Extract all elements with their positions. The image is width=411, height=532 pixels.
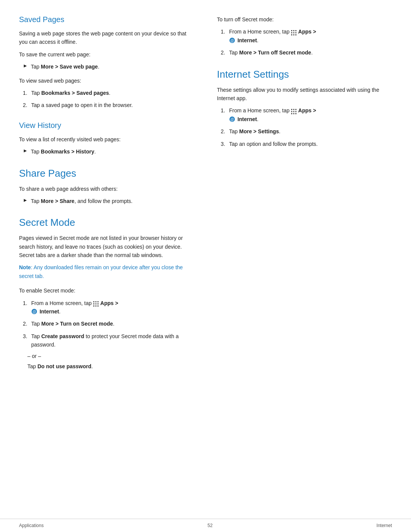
right-column: To turn off Secret mode: 1. From a Home … bbox=[209, 15, 392, 496]
no-password-text: Tap Do not use password. bbox=[27, 362, 194, 371]
arrow-icon-share: ► bbox=[23, 197, 28, 203]
svg-rect-23 bbox=[293, 109, 294, 110]
step-text-2: Tap a saved page to open it in the brows… bbox=[31, 101, 133, 109]
svg-rect-26 bbox=[293, 111, 294, 112]
svg-rect-7 bbox=[95, 305, 96, 307]
svg-rect-11 bbox=[291, 30, 292, 31]
saved-pages-intro: Saving a web page stores the web page co… bbox=[19, 29, 194, 46]
view-history-heading: View History bbox=[19, 121, 194, 130]
svg-rect-19 bbox=[295, 34, 296, 35]
internet-app-icon-3: @ bbox=[229, 116, 235, 122]
enable-instruction: To enable Secret mode: bbox=[19, 286, 194, 295]
turn-off-num-2: 2. bbox=[221, 48, 229, 57]
content-area: Saved Pages Saving a web page stores the… bbox=[0, 0, 411, 519]
save-instruction: To save the current web page: bbox=[19, 50, 194, 59]
view-history-section: View History To view a list of recently … bbox=[19, 121, 194, 156]
secret-mode-heading: Secret Mode bbox=[19, 217, 194, 228]
settings-num-1: 1. bbox=[221, 106, 229, 115]
secret-mode-section: Secret Mode Pages viewed in Secret mode … bbox=[19, 217, 194, 371]
saved-pages-heading: Saved Pages bbox=[19, 15, 194, 24]
arrow-icon: ► bbox=[23, 63, 28, 69]
history-bullet-item: ► Tap Bookmarks > History. bbox=[23, 147, 194, 156]
svg-rect-13 bbox=[295, 30, 296, 31]
svg-text:@: @ bbox=[230, 117, 234, 121]
enable-step-2: 2. Tap More > Turn on Secret mode. bbox=[23, 320, 194, 328]
svg-rect-30 bbox=[295, 113, 296, 114]
internet-settings-step-3: 3. Tap an option and follow the prompts. bbox=[221, 140, 392, 148]
history-bullet-text: Tap Bookmarks > History. bbox=[31, 147, 96, 156]
enable-text-1: From a Home screen, tap bbox=[31, 299, 118, 316]
svg-rect-17 bbox=[291, 34, 292, 35]
enable-text-2: Tap More > Turn on Secret mode. bbox=[31, 320, 115, 328]
settings-text-1: From a Home screen, tap bbox=[229, 106, 316, 123]
turn-off-num-1: 1. bbox=[221, 27, 229, 36]
settings-text-2: Tap More > Settings. bbox=[229, 127, 280, 136]
turn-off-text-1: From a Home screen, tap bbox=[229, 27, 316, 45]
svg-rect-15 bbox=[293, 32, 294, 33]
secret-mode-intro: Pages viewed in Secret mode are not list… bbox=[19, 234, 194, 259]
svg-rect-27 bbox=[295, 111, 296, 112]
internet-settings-step-2: 2. Tap More > Settings. bbox=[221, 127, 392, 136]
view-history-intro: To view a list of recently visited web p… bbox=[19, 135, 194, 144]
share-bullet-item: ► Tap More > Share, and follow the promp… bbox=[23, 197, 194, 205]
svg-text:@: @ bbox=[230, 38, 234, 43]
svg-rect-2 bbox=[97, 301, 99, 302]
enable-num-2: 2. bbox=[23, 320, 31, 328]
settings-num-3: 3. bbox=[221, 140, 229, 148]
svg-rect-25 bbox=[291, 111, 292, 112]
share-pages-section: Share Pages To share a web page address … bbox=[19, 168, 194, 206]
step-text-1: Tap Bookmarks > Saved pages. bbox=[31, 89, 110, 97]
svg-rect-18 bbox=[293, 34, 294, 35]
svg-rect-8 bbox=[97, 305, 99, 307]
svg-rect-3 bbox=[93, 303, 94, 304]
arrow-icon-history: ► bbox=[23, 148, 28, 153]
page-footer: Applications 52 Internet bbox=[0, 519, 411, 532]
step-num-1: 1. bbox=[23, 89, 31, 97]
turn-off-step-1: 1. From a Home screen, tap bbox=[221, 27, 392, 45]
svg-rect-12 bbox=[293, 30, 294, 31]
saved-pages-step-1: 1. Tap Bookmarks > Saved pages. bbox=[23, 89, 194, 97]
apps-grid-icon bbox=[93, 300, 99, 306]
svg-rect-1 bbox=[95, 301, 96, 302]
enable-num-1: 1. bbox=[23, 299, 31, 307]
turn-off-steps: 1. From a Home screen, tap bbox=[221, 27, 392, 57]
apps-grid-icon-3 bbox=[291, 108, 296, 113]
internet-settings-heading: Internet Settings bbox=[217, 69, 392, 80]
saved-pages-step-2: 2. Tap a saved page to open it in the br… bbox=[23, 101, 194, 109]
internet-settings-steps: 1. From a Home screen, tap bbox=[221, 106, 392, 148]
svg-rect-24 bbox=[295, 109, 296, 110]
svg-rect-16 bbox=[295, 32, 296, 33]
internet-settings-step-1: 1. From a Home screen, tap bbox=[221, 106, 392, 123]
footer-right: Internet bbox=[376, 523, 392, 528]
saved-pages-section: Saved Pages Saving a web page stores the… bbox=[19, 15, 194, 110]
enable-step-1: 1. From a Home screen, tap bbox=[23, 299, 194, 316]
turn-off-text-2: Tap More > Turn off Secret mode. bbox=[229, 48, 313, 57]
internet-settings-intro: These settings allow you to modify setti… bbox=[217, 86, 392, 103]
turn-off-section: To turn off Secret mode: 1. From a Home … bbox=[217, 15, 392, 57]
left-column: Saved Pages Saving a web page stores the… bbox=[19, 15, 194, 496]
turn-off-step-2: 2. Tap More > Turn off Secret mode. bbox=[221, 48, 392, 57]
svg-rect-22 bbox=[291, 109, 292, 110]
svg-rect-28 bbox=[291, 113, 292, 114]
svg-rect-6 bbox=[93, 305, 94, 307]
footer-page-number: 52 bbox=[207, 523, 212, 528]
save-bullet-text: Tap More > Save web page. bbox=[31, 62, 99, 71]
svg-rect-14 bbox=[291, 32, 292, 33]
internet-app-icon-2: @ bbox=[229, 37, 235, 43]
svg-rect-0 bbox=[93, 301, 94, 302]
or-divider: – or – bbox=[27, 353, 194, 359]
secret-mode-note: Note: Any downloaded files remain on you… bbox=[19, 263, 194, 280]
turn-off-intro: To turn off Secret mode: bbox=[217, 15, 392, 24]
enable-text-3: Tap Create password to protect your Secr… bbox=[31, 332, 194, 349]
settings-text-3: Tap an option and follow the prompts. bbox=[229, 140, 318, 148]
apps-grid-icon-2 bbox=[291, 29, 296, 35]
settings-num-2: 2. bbox=[221, 127, 229, 136]
svg-rect-4 bbox=[95, 303, 96, 304]
internet-app-icon: @ bbox=[31, 308, 37, 315]
enable-steps: 1. From a Home screen, tap bbox=[23, 299, 194, 349]
footer-left: Applications bbox=[19, 523, 44, 528]
share-pages-intro: To share a web page address with others: bbox=[19, 185, 194, 193]
share-bullet-text: Tap More > Share, and follow the prompts… bbox=[31, 197, 132, 205]
internet-settings-section: Internet Settings These settings allow y… bbox=[217, 69, 392, 148]
svg-text:@: @ bbox=[32, 310, 36, 314]
